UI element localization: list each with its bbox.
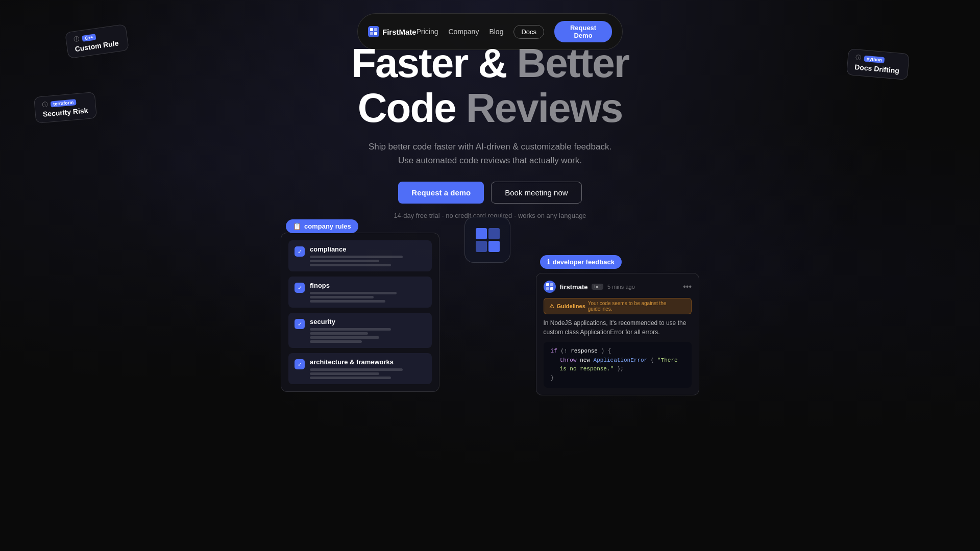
python-lang-badge: python	[864, 55, 885, 63]
rule-title-compliance: compliance	[310, 245, 426, 253]
rule-title-finops: finops	[310, 282, 426, 289]
float-tag-cpp: ⓘ C++ Custom Rule	[65, 24, 129, 59]
rule-line	[310, 336, 379, 339]
svg-rect-7	[488, 241, 500, 252]
hero-subtitle: Ship better code faster with AI-driven &…	[260, 140, 720, 167]
rule-item-compliance: ✓ compliance	[288, 240, 432, 271]
rule-title-architecture: architecture & frameworks	[310, 358, 426, 366]
rule-content-architecture: architecture & frameworks	[310, 358, 426, 379]
connector-logo	[464, 217, 510, 263]
nav-company[interactable]: Company	[448, 28, 479, 36]
svg-rect-8	[546, 283, 549, 286]
nav-links: Pricing Company Blog Docs Request Demo	[416, 21, 612, 42]
rules-panel-body: ✓ compliance ✓ finops	[281, 233, 439, 392]
hero-title-line2: Code Reviews	[358, 85, 622, 131]
info-icon: ⓘ	[73, 35, 80, 43]
hero-subtitle-line2: Use automated code reviews that actually…	[398, 156, 582, 165]
rule-title-security: security	[310, 318, 426, 325]
warning-icon: ⚠	[549, 303, 554, 310]
hero-title-reviews: Reviews	[466, 85, 622, 131]
rule-item-architecture: ✓ architecture & frameworks	[288, 353, 432, 384]
nav-request-demo-button[interactable]: Request Demo	[554, 21, 612, 42]
rule-line	[310, 368, 403, 371]
feedback-header: firstmate bot 5 mins ago •••	[544, 281, 692, 293]
code-block: if (! response ) { throw new Application…	[544, 342, 692, 388]
hero-title: Faster & Better Code Reviews	[260, 41, 720, 131]
svg-rect-11	[550, 287, 553, 290]
rule-item-security: ✓ security	[288, 313, 432, 348]
rule-line	[310, 332, 368, 335]
guidelines-badge: ⚠ Guidelines Your code seems to be again…	[544, 298, 692, 314]
svg-rect-0	[370, 28, 373, 31]
hero-title-better: Better	[517, 40, 629, 86]
rule-line	[310, 256, 403, 258]
svg-rect-3	[374, 32, 377, 35]
rule-line	[310, 377, 391, 379]
info-icon-terraform: ⓘ	[42, 101, 48, 109]
demo-section: 📋 company rules ✓ compliance ✓ finop	[281, 219, 699, 395]
rules-icon: 📋	[293, 222, 301, 230]
hero-buttons: Request a demo Book meeting now	[260, 182, 720, 204]
rule-line	[310, 296, 374, 298]
code-line-2: throw new ApplicationError ( "There is n…	[551, 356, 684, 374]
developer-feedback-label: developer feedback	[553, 258, 615, 266]
svg-rect-4	[476, 228, 487, 239]
user-avatar	[544, 281, 556, 293]
hero-title-code: Code	[358, 85, 456, 131]
book-meeting-button[interactable]: Book meeting now	[491, 182, 581, 204]
company-rules-tag: 📋 company rules	[286, 219, 358, 233]
terraform-lang-badge: terraform	[51, 99, 77, 107]
cpp-lang-badge: C++	[82, 34, 96, 42]
rule-line	[310, 260, 379, 262]
rule-line	[310, 264, 391, 266]
check-icon-security: ✓	[295, 319, 305, 329]
nav-blog[interactable]: Blog	[489, 28, 503, 36]
code-line-3: }	[551, 374, 684, 383]
guidelines-label: Guidelines	[557, 303, 585, 309]
company-rules-label: company rules	[304, 222, 351, 230]
rule-content-finops: finops	[310, 282, 426, 303]
check-icon-architecture: ✓	[295, 359, 305, 369]
rule-line	[310, 372, 379, 375]
code-line-1: if (! response ) {	[551, 347, 684, 356]
feedback-icon: ℹ	[547, 258, 550, 266]
svg-rect-10	[546, 287, 549, 290]
hero-title-faster: Faster &	[351, 40, 506, 86]
guidelines-sub: Your code seems to be against the guidel…	[588, 300, 686, 312]
user-name: firstmate	[560, 283, 588, 291]
rule-lines-architecture	[310, 368, 426, 379]
rule-lines-security	[310, 328, 426, 343]
rule-lines-compliance	[310, 256, 426, 266]
nav-pricing[interactable]: Pricing	[416, 28, 438, 36]
rule-line	[310, 292, 397, 294]
info-icon-python: ⓘ	[855, 54, 861, 62]
hero-title-line1: Faster & Better	[351, 40, 629, 86]
feedback-user: firstmate bot 5 mins ago	[544, 281, 635, 293]
rule-item-finops: ✓ finops	[288, 277, 432, 308]
nav-logo[interactable]: FirstMate	[368, 26, 416, 37]
logo-text: FirstMate	[382, 28, 416, 36]
code-keyword-if: if	[551, 348, 557, 354]
request-demo-button[interactable]: Request a demo	[398, 182, 484, 204]
logo-icon	[368, 26, 379, 37]
check-icon-compliance: ✓	[295, 246, 305, 257]
feedback-body: firstmate bot 5 mins ago ••• ⚠ Guideline…	[536, 273, 699, 395]
user-badge: bot	[592, 284, 603, 290]
svg-rect-1	[374, 28, 377, 31]
developer-feedback-panel: ℹ developer feedback firstmate bot	[536, 255, 699, 395]
rule-line	[310, 340, 362, 343]
svg-rect-5	[488, 228, 500, 239]
feedback-text: In NodeJS applications, it's recommended…	[544, 318, 692, 337]
rule-line	[310, 328, 391, 331]
nav-docs-button[interactable]: Docs	[513, 25, 544, 39]
rule-line	[310, 300, 385, 303]
rule-content-security: security	[310, 318, 426, 343]
check-icon-finops: ✓	[295, 283, 305, 293]
float-tag-python: ⓘ python Docs Drifting	[846, 48, 910, 80]
developer-feedback-tag: ℹ developer feedback	[540, 255, 622, 269]
company-rules-panel: 📋 company rules ✓ compliance ✓ finop	[281, 219, 439, 392]
more-options-icon[interactable]: •••	[683, 282, 692, 291]
rule-lines-finops	[310, 292, 426, 303]
rule-content-compliance: compliance	[310, 245, 426, 266]
firstmate-logo-svg	[474, 226, 502, 254]
